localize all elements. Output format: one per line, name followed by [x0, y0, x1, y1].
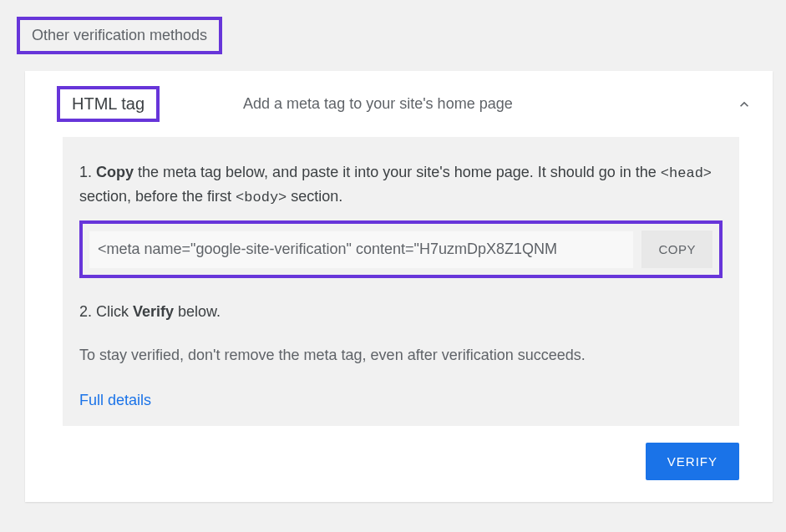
step-number: 1. — [79, 164, 96, 180]
card-body: 1. Copy the meta tag below, and paste it… — [63, 137, 739, 426]
method-description: Add a meta tag to your site's home page — [243, 95, 736, 113]
step-keyword: Verify — [133, 303, 174, 320]
card-footer: VERIFY — [25, 443, 773, 502]
step-text: 2. Click — [79, 303, 133, 320]
step-2: 2. Click Verify below. — [79, 300, 723, 324]
step-text: section. — [287, 188, 342, 205]
step-1: 1. Copy the meta tag below, and paste it… — [79, 160, 723, 209]
card-header[interactable]: HTML tag Add a meta tag to your site's h… — [25, 71, 773, 137]
verification-note: To stay verified, don't remove the meta … — [79, 344, 723, 367]
meta-tag-row: COPY — [79, 220, 723, 278]
step-text: section, before the first — [79, 188, 236, 205]
section-title: Other verification methods — [17, 17, 222, 54]
step-text: below. — [174, 303, 221, 320]
meta-tag-input[interactable] — [89, 231, 633, 268]
verify-button[interactable]: VERIFY — [646, 443, 739, 480]
chevron-up-icon[interactable] — [736, 96, 753, 113]
copy-button[interactable]: COPY — [641, 231, 712, 268]
code-head: <head> — [661, 165, 712, 181]
step-text: the meta tag below, and paste it into yo… — [134, 164, 661, 180]
full-details-link[interactable]: Full details — [79, 392, 151, 409]
method-name: HTML tag — [57, 86, 160, 122]
code-body: <body> — [236, 190, 287, 205]
verification-method-card: HTML tag Add a meta tag to your site's h… — [25, 71, 773, 502]
step-keyword: Copy — [96, 164, 134, 180]
